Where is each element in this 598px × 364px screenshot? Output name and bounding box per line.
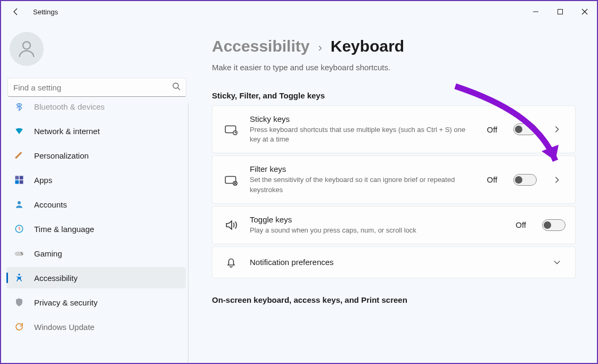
svg-rect-1 — [558, 10, 563, 14]
window-title: Settings — [33, 8, 58, 16]
user-profile[interactable] — [5, 22, 189, 76]
svg-point-14 — [18, 274, 20, 276]
close-button[interactable] — [572, 3, 597, 20]
update-icon — [14, 321, 24, 332]
apps-icon — [14, 175, 24, 185]
card-body: Toggle keys Play a sound when you press … — [250, 215, 504, 235]
sidebar-item-accounts[interactable]: Accounts — [6, 194, 186, 215]
card-desc: Set the sensitivity of the keyboard so i… — [250, 175, 475, 194]
sidebar-item-label: Network & internet — [34, 127, 100, 136]
sidebar-item-bluetooth[interactable]: Bluetooth & devices — [6, 103, 186, 117]
sidebar-item-label: Accounts — [34, 200, 67, 209]
page-subtitle: Make it easier to type and use keyboard … — [212, 63, 576, 72]
search-icon — [172, 82, 181, 93]
keyboard-icon — [224, 122, 238, 136]
wifi-icon — [14, 126, 24, 136]
sidebar-item-update[interactable]: Windows Update — [6, 316, 186, 337]
svg-rect-7 — [15, 180, 19, 184]
accessibility-icon — [14, 272, 24, 283]
sidebar-item-apps[interactable]: Apps — [6, 169, 186, 191]
titlebar: Settings — [1, 1, 597, 22]
keyboard-filter-icon — [224, 173, 238, 187]
sidebar-item-privacy[interactable]: Privacy & security — [6, 292, 186, 313]
svg-point-3 — [173, 83, 178, 88]
sidebar-item-network[interactable]: Network & internet — [6, 120, 186, 142]
card-desc: Press keyboard shortcuts that use multip… — [250, 125, 475, 144]
toggle-state-label: Off — [487, 125, 497, 134]
back-button[interactable] — [10, 5, 22, 18]
card-title: Notification preferences — [250, 258, 537, 267]
search-input[interactable] — [13, 83, 172, 92]
sidebar-item-label: Time & language — [34, 225, 94, 234]
maximize-button[interactable] — [548, 3, 572, 20]
search-box[interactable] — [7, 78, 186, 97]
card-body: Sticky keys Press keyboard shortcuts tha… — [250, 114, 475, 144]
shield-icon — [14, 297, 24, 308]
svg-point-12 — [21, 252, 22, 253]
svg-point-2 — [23, 42, 30, 49]
toggle-keys-toggle[interactable] — [542, 219, 566, 231]
svg-line-4 — [178, 88, 180, 90]
toggle-keys-card[interactable]: Toggle keys Play a sound when you press … — [212, 206, 576, 244]
breadcrumb-parent[interactable]: Accessibility — [212, 37, 309, 55]
sidebar-item-gaming[interactable]: Gaming — [6, 243, 186, 264]
bell-icon — [224, 255, 238, 269]
expand-button[interactable] — [548, 259, 566, 266]
svg-rect-8 — [20, 180, 23, 184]
brush-icon — [14, 150, 24, 161]
main-content: Accessibility › Keyboard Make it easier … — [193, 22, 597, 363]
toggle-knob — [515, 176, 522, 184]
sidebar-item-label: Accessibility — [34, 274, 78, 283]
svg-rect-6 — [20, 176, 23, 180]
svg-rect-5 — [15, 176, 19, 180]
sidebar: Bluetooth & devices Network & internet P… — [1, 22, 193, 363]
expand-button[interactable] — [548, 176, 566, 184]
notification-prefs-card[interactable]: Notification preferences — [212, 246, 576, 278]
avatar — [10, 32, 44, 66]
sidebar-item-label: Bluetooth & devices — [34, 103, 105, 111]
card-desc: Play a sound when you press caps, num, o… — [250, 226, 504, 235]
nav-list: Bluetooth & devices Network & internet P… — [5, 103, 189, 363]
toggle-state-label: Off — [515, 220, 526, 229]
toggle-knob — [544, 221, 551, 229]
sidebar-item-label: Gaming — [34, 249, 62, 258]
expand-button[interactable] — [548, 126, 566, 133]
sticky-keys-card[interactable]: Sticky keys Press keyboard shortcuts tha… — [212, 105, 576, 153]
breadcrumb: Accessibility › Keyboard — [212, 37, 576, 55]
chevron-right-icon: › — [318, 41, 322, 55]
sidebar-item-label: Apps — [34, 176, 52, 185]
sticky-keys-toggle[interactable] — [513, 123, 537, 135]
card-title: Filter keys — [250, 164, 475, 173]
minimize-button[interactable] — [523, 3, 548, 20]
toggle-knob — [515, 126, 522, 133]
section-onscreen-header: On-screen keyboard, access keys, and Pri… — [212, 295, 576, 304]
toggle-state-label: Off — [487, 175, 497, 184]
sidebar-item-label: Privacy & security — [34, 298, 97, 307]
sidebar-item-label: Personalization — [34, 151, 89, 160]
card-title: Sticky keys — [250, 114, 475, 123]
sidebar-item-personalization[interactable]: Personalization — [6, 145, 186, 166]
filter-keys-toggle[interactable] — [513, 174, 537, 186]
card-body: Filter keys Set the sensitivity of the k… — [250, 164, 475, 194]
sidebar-item-label: Windows Update — [34, 322, 94, 332]
filter-keys-card[interactable]: Filter keys Set the sensitivity of the k… — [212, 155, 576, 203]
clock-icon — [14, 224, 24, 234]
svg-point-9 — [18, 201, 21, 204]
window-controls — [523, 3, 597, 20]
svg-point-13 — [22, 254, 23, 255]
card-body: Notification preferences — [250, 258, 537, 267]
section-sticky-header: Sticky, Filter, and Toggle keys — [212, 91, 576, 100]
sound-icon — [224, 218, 238, 232]
devices-icon — [14, 103, 24, 112]
gamepad-icon — [14, 248, 24, 259]
card-title: Toggle keys — [250, 215, 504, 224]
sidebar-item-time[interactable]: Time & language — [6, 218, 186, 239]
person-icon — [14, 199, 24, 210]
sidebar-item-accessibility[interactable]: Accessibility — [6, 267, 186, 288]
page-title: Keyboard — [331, 37, 404, 55]
